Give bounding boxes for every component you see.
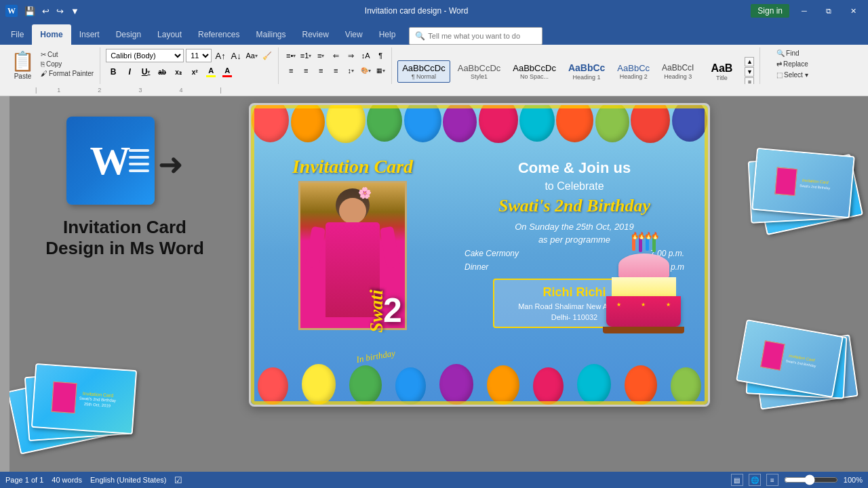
borders-button[interactable]: ▦▾ <box>374 64 387 77</box>
search-icon: 🔍 <box>415 31 425 41</box>
tab-home[interactable]: Home <box>32 24 71 45</box>
left-panel: W ➜ Invitation Card <box>9 96 240 472</box>
clear-formatting-button[interactable]: 🧹 <box>260 49 274 62</box>
tab-review[interactable]: Review <box>294 24 336 45</box>
find-icon: 🔍 <box>776 49 785 57</box>
underline-button[interactable]: U ▾ <box>138 65 153 79</box>
style-heading2[interactable]: AaBbCc Heading 2 <box>612 60 654 83</box>
word-w-letter: W <box>90 138 131 184</box>
status-bar: Page 1 of 1 40 words English (United Sta… <box>0 472 868 488</box>
web-layout-button[interactable]: 🌐 <box>749 474 761 486</box>
tab-references[interactable]: References <box>190 24 248 45</box>
line-spacing-button[interactable]: ↕▾ <box>344 64 357 77</box>
clipboard-small-buttons: ✂ Cut ⎘ Copy 🖌 Format Painter <box>39 49 96 78</box>
font-size-select[interactable]: 11 <box>186 49 212 62</box>
increase-font-button[interactable]: A↑ <box>214 49 227 62</box>
to-celebrate-text: to Celebrate <box>545 180 604 192</box>
tab-help[interactable]: Help <box>371 24 404 45</box>
change-case-button[interactable]: Aa▾ <box>245 49 258 62</box>
select-button[interactable]: ⬚ Select ▾ <box>774 70 810 79</box>
cut-button[interactable]: ✂ Cut <box>39 50 96 59</box>
zoom-slider[interactable] <box>784 474 838 485</box>
balloons-top <box>251 105 708 159</box>
document-lines-icon <box>129 149 149 172</box>
page-info[interactable]: Page 1 of 1 <box>5 476 43 484</box>
italic-button[interactable]: I <box>122 65 137 79</box>
find-button[interactable]: 🔍 Find <box>774 49 801 58</box>
minimize-button[interactable]: ─ <box>795 4 814 18</box>
undo-button[interactable]: ↩ <box>39 5 52 18</box>
copy-button[interactable]: ⎘ Copy <box>39 60 96 68</box>
increase-indent-button[interactable]: ⇒ <box>344 49 357 62</box>
customize-qat-button[interactable]: ▼ <box>68 5 82 18</box>
numbering-button[interactable]: ≡1▾ <box>299 49 313 62</box>
style-heading1[interactable]: AaBbCc Heading 1 <box>564 60 610 83</box>
tell-me-search[interactable]: 🔍 <box>409 27 542 45</box>
proofing-icon[interactable]: ☑ <box>174 475 182 485</box>
show-hide-button[interactable]: ¶ <box>374 49 387 62</box>
redo-button[interactable]: ↪ <box>54 5 66 18</box>
paste-icon: 📋 <box>11 50 35 73</box>
invitation-card: Invitation Card <box>249 103 710 407</box>
quick-access-toolbar: 💾 ↩ ↪ ▼ <box>22 5 82 18</box>
format-painter-button[interactable]: 🖌 Format Painter <box>39 69 96 78</box>
card-content: Invitation Card <box>258 152 701 367</box>
styles-scroll-down[interactable]: ▼ <box>745 67 754 77</box>
save-button[interactable]: 💾 <box>22 5 38 18</box>
right-card-stack-top: Invitation Card Swati's 2nd Birthday Inv… <box>729 146 858 245</box>
strikethrough-button[interactable]: ab <box>155 65 170 79</box>
multilevel-button[interactable]: ≡▾ <box>314 49 328 62</box>
close-button[interactable]: ✕ <box>844 4 863 18</box>
style-style1[interactable]: AaBbCcDc Style1 <box>453 60 506 83</box>
font-color-button[interactable]: A <box>220 65 235 79</box>
shading-button[interactable]: 🎨▾ <box>359 64 372 77</box>
tab-file[interactable]: File <box>3 24 32 45</box>
cut-icon: ✂ <box>41 51 46 58</box>
paste-button[interactable]: 📋 Paste <box>8 49 37 81</box>
help-search-input[interactable] <box>428 32 536 40</box>
styles-scroll-up[interactable]: ▲ <box>745 57 754 66</box>
tab-view[interactable]: View <box>337 24 371 45</box>
tab-design[interactable]: Design <box>108 24 149 45</box>
outline-view-button[interactable]: ≡ <box>766 474 778 486</box>
styles-scroll: ▲ ▼ ≡ <box>743 56 755 88</box>
ribbon-tab-bar: File Home Insert Design Layout Reference… <box>0 22 868 45</box>
style-title[interactable]: AaB Title <box>701 59 742 84</box>
birthday-number: 2 <box>383 291 402 330</box>
document-title: Invitation card design - Word <box>82 6 751 16</box>
align-left-button[interactable]: ≡ <box>284 64 298 77</box>
style-no-spacing[interactable]: AaBbCcDc No Spac... <box>508 60 561 83</box>
bold-button[interactable]: B <box>106 65 121 79</box>
replace-button[interactable]: ⇄ Replace <box>774 60 810 68</box>
superscript-button[interactable]: x² <box>187 65 202 79</box>
date-text: On Sunday the 25th Oct, 2019 <box>515 222 634 232</box>
print-layout-button[interactable]: ▤ <box>731 474 743 486</box>
signin-button[interactable]: Sign in <box>751 4 789 18</box>
style-normal[interactable]: AaBbCcDc ¶ Normal <box>397 60 450 83</box>
decrease-indent-button[interactable]: ⇐ <box>329 49 342 62</box>
right-panel: Invitation Card Swati's 2nd Birthday Inv… <box>719 96 868 472</box>
decrease-font-button[interactable]: A↓ <box>229 49 243 62</box>
bullets-button[interactable]: ≡•▾ <box>284 49 298 62</box>
align-right-button[interactable]: ≡ <box>314 64 328 77</box>
title-line1: Invitation Card <box>45 217 204 238</box>
arrow-icon: ➜ <box>158 146 184 182</box>
select-icon: ⬚ <box>776 71 783 79</box>
tab-layout[interactable]: Layout <box>149 24 190 45</box>
language-status[interactable]: English (United States) <box>90 476 167 484</box>
justify-button[interactable]: ≡ <box>329 64 342 77</box>
document-canvas: Invitation Card <box>240 96 719 472</box>
event1-name: Cake Cermony <box>465 249 519 258</box>
highlight-color-button[interactable]: A <box>203 65 218 79</box>
align-center-button[interactable]: ≡ <box>299 64 313 77</box>
tab-mailings[interactable]: Mailings <box>248 24 294 45</box>
restore-button[interactable]: ⧉ <box>819 4 838 18</box>
event2-name: Dinner <box>465 262 488 272</box>
font-family-select[interactable]: Calibri (Body) <box>106 49 184 62</box>
style-heading3[interactable]: AaBbCcI Heading 3 <box>657 60 698 82</box>
word-count[interactable]: 40 words <box>52 476 82 484</box>
tab-insert[interactable]: Insert <box>71 24 108 45</box>
sort-button[interactable]: ↕A <box>359 49 372 62</box>
come-join-text: Come & Join us <box>518 159 631 177</box>
subscript-button[interactable]: x₂ <box>171 65 186 79</box>
